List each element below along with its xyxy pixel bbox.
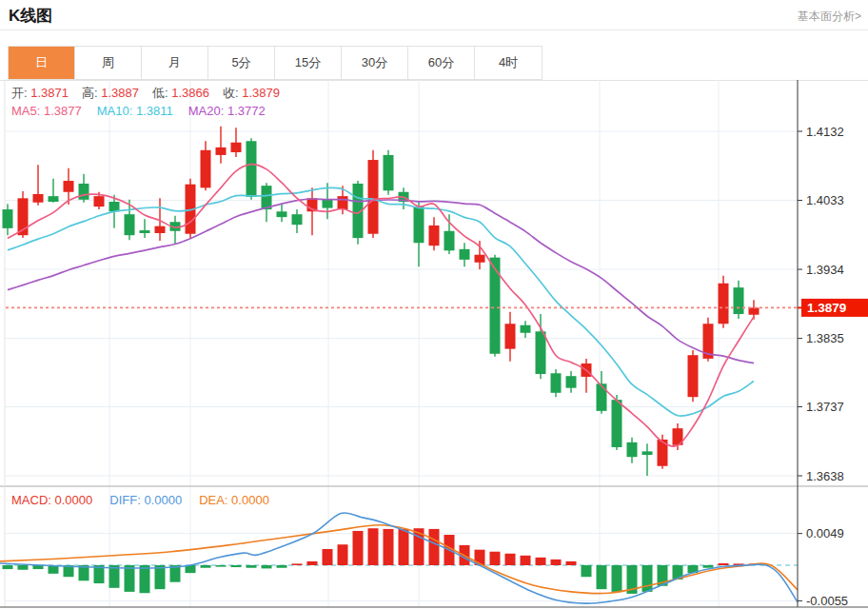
- ohlc-legend: 开: 1.3871高: 1.3887低: 1.3866收: 1.3879: [11, 85, 293, 102]
- macd-histogram-bar: [551, 560, 562, 565]
- tab-timeframe-0[interactable]: 日: [9, 47, 75, 79]
- candle-body: [429, 226, 440, 246]
- axis-tick-label: 1.3737: [806, 400, 844, 414]
- macd-histogram-bar: [384, 529, 394, 565]
- axis-tick-label: 0.0049: [806, 526, 844, 540]
- kline-chart-canvas[interactable]: 1.41321.40331.39341.38351.37371.36380.00…: [0, 80, 868, 609]
- ma-legend: MA5: 1.3877MA10: 1.3811MA20: 1.3772: [11, 104, 281, 118]
- candle-body: [94, 196, 105, 206]
- ma20: MA20: 1.3772: [188, 104, 266, 118]
- axis-tick-label: 1.4132: [806, 125, 844, 139]
- legend-item-1: 高: 1.3887: [82, 86, 139, 100]
- macd-histogram-bar: [155, 565, 166, 589]
- macd-histogram-bar: [536, 558, 546, 565]
- candle-body: [323, 199, 333, 208]
- macd-histogram-bar: [262, 565, 272, 568]
- macd-histogram-bar: [582, 565, 592, 577]
- candle-body: [734, 287, 744, 314]
- candle-body: [688, 355, 699, 397]
- timeframe-tabs: 日周月5分15分30分60分4时: [8, 46, 542, 80]
- candle-body: [140, 230, 150, 233]
- candle-body: [414, 206, 424, 243]
- macd-histogram-bar: [323, 549, 333, 565]
- macd-histogram-bar: [201, 565, 211, 568]
- ma5: MA5: 1.3877: [11, 104, 82, 118]
- macd-histogram-bar: [399, 529, 409, 565]
- macd-legend: MACD: 0.0000DIFF: 0.0000DEA: 0.0000: [11, 493, 286, 507]
- candle-body: [490, 258, 501, 354]
- macd-histogram-bar: [216, 565, 227, 567]
- macd-histogram-bar: [521, 556, 531, 565]
- ma5-line: [8, 165, 754, 447]
- candle-body: [612, 400, 622, 447]
- candle-body: [384, 155, 394, 190]
- axis-tick-label: -0.0055: [806, 594, 848, 608]
- macd-histogram-bar: [307, 561, 318, 565]
- page-title: K线图: [9, 5, 52, 27]
- legend-item-2: 低: 1.3866: [152, 86, 209, 100]
- macd-histogram-bar: [642, 565, 653, 592]
- macd-histogram-bar: [140, 565, 150, 593]
- macd-histogram-bar: [3, 565, 13, 569]
- macd-histogram-bar: [277, 565, 287, 568]
- macd-histogram-bar: [353, 531, 364, 565]
- candle-body: [475, 255, 485, 263]
- candle-body: [551, 373, 562, 393]
- candle-body: [368, 160, 379, 234]
- tab-timeframe-5[interactable]: 30分: [342, 47, 408, 79]
- macd-histogram-bar: [505, 554, 516, 565]
- tab-timeframe-7[interactable]: 4时: [475, 47, 542, 79]
- candle-body: [201, 150, 211, 188]
- candle-body: [64, 181, 74, 192]
- header: K线图 基本面分析>: [0, 0, 868, 30]
- candle-body: [247, 141, 257, 197]
- candle-body: [292, 214, 303, 225]
- macd-histogram-bar: [597, 565, 607, 589]
- candle-body: [536, 331, 546, 374]
- macd-histogram-bar: [125, 565, 135, 592]
- candle-body: [566, 376, 577, 387]
- ma10-line: [8, 187, 754, 416]
- fundamental-analysis-link[interactable]: 基本面分析>: [798, 9, 861, 25]
- macd-histogram-bar: [429, 529, 440, 565]
- candle-body: [505, 324, 516, 348]
- candle-body: [155, 226, 166, 233]
- candle-body: [338, 196, 348, 209]
- candle-body: [597, 383, 607, 411]
- macd-histogram-bar: [612, 565, 622, 592]
- macd-histogram-bar: [18, 565, 29, 570]
- axis-tick-label: 1.3638: [806, 469, 844, 483]
- candle-body: [109, 202, 120, 211]
- tab-timeframe-3[interactable]: 5分: [208, 47, 275, 79]
- legend-item-0: 开: 1.3871: [11, 86, 69, 100]
- candle-body: [231, 143, 242, 152]
- macd: MACD: 0.0000: [11, 493, 92, 507]
- legend-item-3: 收: 1.3879: [223, 86, 280, 100]
- candle-body: [627, 442, 638, 457]
- candle-body: [216, 147, 227, 155]
- candle-body: [460, 249, 470, 260]
- candle-body: [642, 451, 653, 455]
- candle-body: [79, 184, 89, 200]
- tab-timeframe-6[interactable]: 60分: [408, 47, 475, 79]
- candle-body: [521, 325, 531, 333]
- kline-chart[interactable]: 1.41321.40331.39341.38351.37371.36380.00…: [0, 80, 868, 609]
- tab-timeframe-2[interactable]: 月: [142, 47, 208, 79]
- macd-histogram-bar: [703, 565, 714, 568]
- candle-body: [3, 209, 13, 228]
- axis-tick-label: 1.3934: [806, 263, 844, 277]
- macd-histogram-bar: [566, 561, 577, 565]
- macd-histogram-bar: [490, 552, 501, 565]
- candle-body: [277, 211, 287, 217]
- candle-body: [749, 307, 760, 314]
- diff: DIFF: 0.0000: [109, 493, 182, 507]
- tab-timeframe-1[interactable]: 周: [75, 47, 142, 79]
- current-price-badge-label: 1.3879: [807, 301, 846, 315]
- dea: DEA: 0.0000: [199, 493, 269, 507]
- macd-histogram-bar: [338, 544, 348, 565]
- tab-timeframe-4[interactable]: 15分: [275, 47, 342, 79]
- macd-histogram-bar: [292, 563, 303, 565]
- macd-histogram-bar: [719, 563, 729, 565]
- candle-body: [33, 194, 44, 203]
- ma10: MA10: 1.3811: [97, 104, 173, 118]
